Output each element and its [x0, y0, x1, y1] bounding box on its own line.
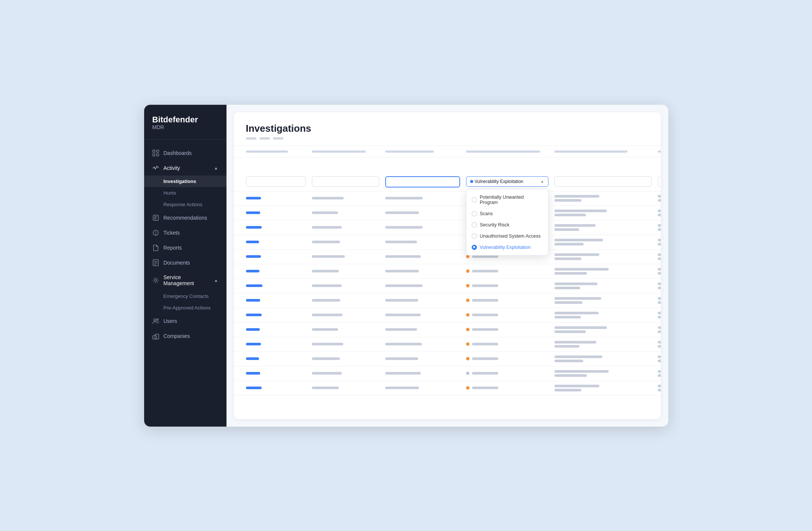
table-row[interactable] [234, 250, 661, 264]
cell-name-11 [312, 343, 379, 345]
sidebar-item-documents-label: Documents [164, 260, 218, 266]
cell-name-12 [312, 357, 379, 360]
filter-select-btn[interactable]: Vulnerability Exploitation ▲ [466, 176, 548, 187]
table-row[interactable] [234, 264, 661, 279]
cell-name-9 [312, 314, 379, 316]
orange-dot-8 [466, 299, 469, 302]
cell-name-14 [312, 387, 379, 389]
filter-input-6[interactable] [658, 176, 661, 187]
radio-unauthorized [472, 234, 477, 239]
breadcrumb-dot-3 [273, 137, 283, 140]
dropdown-item-scans[interactable]: Scans [466, 208, 548, 219]
sidebar-sub-hunts[interactable]: Hunts [144, 187, 226, 199]
sidebar-sub-response-actions[interactable]: Response Actions [144, 199, 226, 210]
table-row[interactable] [234, 279, 661, 293]
table-row[interactable] [234, 220, 661, 235]
sidebar-item-recommendations[interactable]: Recommendations [144, 210, 226, 225]
chevron-up-icon: ▲ [214, 166, 218, 170]
cell-type-3 [385, 226, 460, 229]
breadcrumb [246, 137, 649, 140]
cell-company-12 [658, 355, 661, 362]
cell-company-5 [658, 253, 661, 260]
svg-point-17 [157, 319, 158, 320]
cell-date-14 [554, 385, 652, 391]
table-row[interactable] [234, 308, 661, 323]
sidebar-sub-investigations[interactable]: Investigations [144, 176, 226, 187]
radio-security [472, 222, 477, 228]
table-header-row [234, 146, 661, 158]
table-row[interactable] [234, 206, 661, 220]
table-row[interactable] [234, 323, 661, 337]
cell-category-7 [466, 284, 548, 287]
table-row[interactable] [234, 191, 661, 206]
svg-point-16 [154, 319, 156, 321]
cell-date-13 [554, 370, 652, 377]
users-icon [152, 318, 159, 324]
cell-company-1 [658, 195, 661, 202]
sidebar-item-reports-label: Reports [164, 245, 218, 251]
table-area: Vulnerability Exploitation ▲ Potentially… [234, 146, 661, 419]
data-rows-container [234, 177, 661, 396]
col-header-6 [658, 150, 661, 153]
filter-input-3[interactable] [385, 176, 460, 187]
dropdown-item-unauthorized[interactable]: Unauthorised System Access [466, 231, 548, 242]
cell-date-5 [554, 253, 652, 260]
table-row[interactable] [234, 366, 661, 381]
cell-category-10 [466, 328, 548, 331]
table-row[interactable] [234, 337, 661, 352]
reports-icon [152, 244, 159, 251]
cell-date-3 [554, 224, 652, 231]
cell-name-10 [312, 328, 379, 331]
dropdown-menu: Potentially Unwanted Program Scans Secur… [466, 189, 548, 256]
sidebar-sub-pre-approved-actions[interactable]: Pre-Approved Actions [144, 302, 226, 314]
sidebar-sub-emergency-contacts[interactable]: Emergency Contacts [144, 290, 226, 302]
filter-input-5[interactable] [554, 176, 652, 187]
sidebar-item-users[interactable]: Users [144, 314, 226, 329]
table-row[interactable] [234, 235, 661, 250]
recommendations-icon [152, 214, 159, 221]
dropdown-item-pup[interactable]: Potentially Unwanted Program [466, 192, 548, 208]
svg-rect-19 [155, 334, 159, 339]
table-row[interactable] [234, 293, 661, 308]
table-row[interactable] [234, 381, 661, 396]
dropdown-item-vuln[interactable]: Vulnerability Exploitation [466, 242, 548, 253]
filter-col2 [312, 176, 379, 187]
cell-id-1 [246, 197, 306, 199]
sidebar-item-users-label: Users [164, 318, 218, 324]
cell-date-2 [554, 210, 652, 216]
cell-date-1 [554, 195, 652, 202]
cell-company-4 [658, 239, 661, 245]
sidebar-item-companies-label: Companies [164, 333, 218, 339]
cell-company-2 [658, 210, 661, 216]
sidebar-item-tickets[interactable]: Tickets [144, 225, 226, 240]
sidebar-item-activity[interactable]: Activity ▲ [144, 161, 226, 176]
sidebar-item-reports[interactable]: Reports [144, 240, 226, 255]
cell-type-11 [385, 343, 460, 345]
app-container: Bitdefender MDR Dashboards [144, 105, 668, 427]
cell-name-6 [312, 270, 379, 272]
cell-id-14 [246, 387, 306, 389]
table-row[interactable] [234, 352, 661, 366]
select-label: Vulnerability Exploitation [475, 179, 539, 184]
select-arrow: ▲ [541, 179, 544, 183]
sidebar-item-documents[interactable]: Documents [144, 255, 226, 270]
service-icon [152, 277, 159, 284]
cell-date-9 [554, 312, 652, 318]
filter-input-2[interactable] [312, 176, 379, 187]
cell-name-8 [312, 299, 379, 302]
cell-date-8 [554, 297, 652, 304]
sidebar-item-companies[interactable]: Companies [144, 329, 226, 344]
dropdown-item-security[interactable]: Security Risck [466, 219, 548, 231]
cell-company-14 [658, 385, 661, 391]
svg-rect-1 [156, 150, 159, 152]
dropdown-item-vuln-label: Vulnerability Exploitation [480, 245, 531, 250]
cell-type-2 [385, 211, 460, 214]
cell-id-9 [246, 314, 306, 316]
sidebar-item-service-management[interactable]: Service Management ▲ [144, 270, 226, 290]
filter-input-1[interactable] [246, 176, 306, 187]
cell-type-14 [385, 387, 460, 389]
orange-dot-11 [466, 342, 469, 346]
cell-company-11 [658, 341, 661, 348]
sidebar-item-dashboards[interactable]: Dashboards [144, 146, 226, 161]
cell-company-6 [658, 268, 661, 275]
